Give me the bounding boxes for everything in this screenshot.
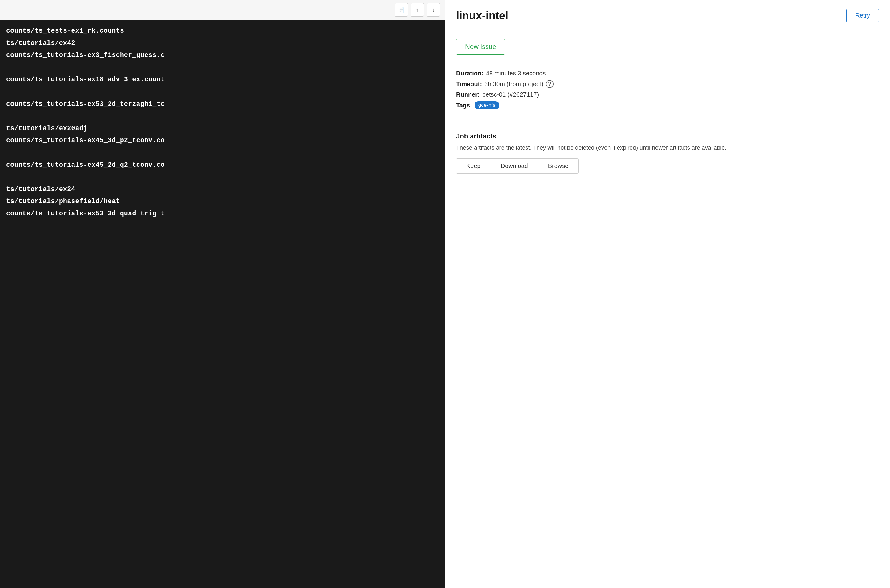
timeout-help-icon[interactable]: ? [546, 80, 554, 88]
timeout-row: Timeout: 3h 30m (from project) ? [456, 80, 879, 88]
log-line: counts/ts_tutorials-ex53_3d_quad_trig_t [6, 208, 439, 220]
runner-row: Runner: petsc-01 (#2627117) [456, 91, 879, 98]
tag-badge: gce-nfs [474, 101, 499, 109]
retry-button[interactable]: Retry [846, 9, 879, 22]
timeout-label: Timeout: [456, 81, 482, 88]
artifacts-description: These artifacts are the latest. They wil… [456, 143, 879, 152]
artifacts-title: Job artifacts [456, 132, 879, 140]
log-line: counts/ts_tutorials-ex18_adv_3_ex.count [6, 74, 439, 86]
tags-label: Tags: [456, 102, 472, 109]
log-line [6, 147, 439, 159]
log-line: ts/tutorials/phasefield/heat [6, 195, 439, 208]
keep-button[interactable]: Keep [456, 159, 491, 173]
artifacts-buttons: Keep Download Browse [456, 159, 579, 174]
log-line: counts/ts_tests-ex1_rk.counts [6, 25, 439, 37]
log-line: ts/tutorials/ex24 [6, 183, 439, 196]
duration-value: 48 minutes 3 seconds [486, 70, 546, 77]
log-panel: 📄 ↑ ↓ counts/ts_tests-ex1_rk.countsts/tu… [0, 0, 445, 588]
artifacts-section: Job artifacts These artifacts are the la… [456, 132, 879, 174]
scroll-down-button[interactable]: ↓ [426, 3, 440, 16]
runner-label: Runner: [456, 91, 480, 98]
divider-2 [456, 62, 879, 63]
duration-row: Duration: 48 minutes 3 seconds [456, 70, 879, 77]
job-meta: Duration: 48 minutes 3 seconds Timeout: … [456, 70, 879, 112]
timeout-value: 3h 30m (from project) [485, 81, 543, 88]
file-icon-button[interactable]: 📄 [395, 3, 408, 16]
log-toolbar: 📄 ↑ ↓ [0, 0, 445, 20]
log-output: counts/ts_tests-ex1_rk.countsts/tutorial… [0, 20, 445, 588]
job-title: linux-intel [456, 9, 509, 22]
scroll-up-button[interactable]: ↑ [411, 3, 424, 16]
log-line [6, 86, 439, 98]
tags-row: Tags: gce-nfs [456, 101, 879, 109]
job-header: linux-intel Retry [456, 9, 879, 22]
download-button[interactable]: Download [491, 159, 538, 173]
browse-button[interactable]: Browse [538, 159, 579, 173]
log-line: ts/tutorials/ex20adj [6, 123, 439, 135]
duration-label: Duration: [456, 70, 483, 77]
log-line: counts/ts_tutorials-ex3_fischer_guess.c [6, 49, 439, 62]
new-issue-button[interactable]: New issue [456, 39, 505, 55]
runner-value: petsc-01 (#2627117) [482, 91, 539, 98]
divider-1 [456, 33, 879, 34]
log-line: counts/ts_tutorials-ex45_2d_q2_tconv.co [6, 159, 439, 171]
log-line [6, 171, 439, 183]
job-sidebar: linux-intel Retry New issue Duration: 48… [445, 0, 890, 588]
log-line: counts/ts_tutorials-ex53_2d_terzaghi_tc [6, 98, 439, 111]
log-line [6, 110, 439, 123]
log-line: ts/tutorials/ex42 [6, 37, 439, 50]
log-line: counts/ts_tutorials-ex45_3d_p2_tconv.co [6, 135, 439, 147]
divider-3 [456, 124, 879, 125]
log-line [6, 62, 439, 74]
